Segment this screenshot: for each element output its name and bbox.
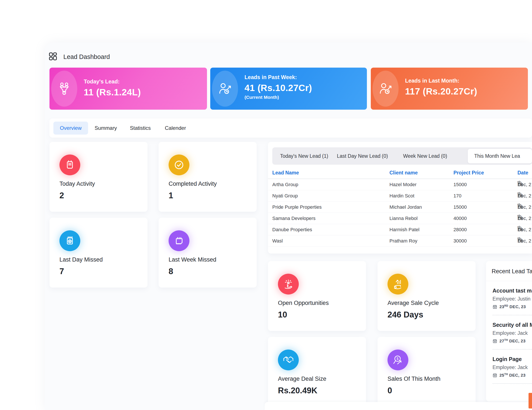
sale-cycle-hand-icon bbox=[388, 274, 408, 294]
recent-task-item[interactable]: Security of all M Employee: Jack 27TH DE… bbox=[493, 315, 532, 350]
tab-overview[interactable]: Overview bbox=[53, 122, 88, 135]
tab-statistics[interactable]: Statistics bbox=[130, 125, 151, 131]
metric-label: Average Deal Size bbox=[278, 375, 326, 382]
table-row[interactable]: Wasl Pratham Roy 30000 18th Dec, 2 bbox=[268, 235, 532, 246]
recent-tasks-title: Recent Lead Tas bbox=[492, 268, 532, 275]
summary-value: 41 (Rs.10.27Cr) bbox=[245, 83, 312, 93]
summary-note: (Current Month) bbox=[245, 95, 312, 100]
cell-lead-name: Nyati Group bbox=[272, 190, 298, 201]
cell-project-price: 40000 bbox=[454, 213, 467, 224]
page-header: Lead Dashboard bbox=[49, 52, 110, 62]
stat-card-today-activity: Today Activity 2 bbox=[49, 142, 148, 212]
table-row[interactable]: Pride Purple Properties Michael Jordan 1… bbox=[268, 201, 532, 213]
table-row[interactable]: Danube Properties Harmish Patel 28000 18… bbox=[268, 224, 532, 235]
calendar-icon bbox=[59, 155, 80, 175]
metric-label: Average Sale Cycle bbox=[388, 300, 439, 306]
cell-lead-name: Pride Purple Properties bbox=[272, 201, 322, 213]
cell-client-name: Hardin Scot bbox=[390, 190, 414, 201]
stat-label: Today Activity bbox=[59, 181, 95, 187]
scrollbar-thumb[interactable] bbox=[529, 393, 532, 409]
task-title: Security of all M bbox=[493, 322, 532, 328]
stat-card-completed-activity: Completed Activity 1 bbox=[159, 142, 257, 212]
calendar-missed-icon bbox=[59, 230, 80, 251]
cell-client-name: Hazel Moder bbox=[390, 179, 417, 190]
tab-calender[interactable]: Calender bbox=[165, 125, 186, 131]
summary-value: 11 (Rs.1.24L) bbox=[84, 87, 141, 97]
tab-summary[interactable]: Summary bbox=[95, 125, 117, 131]
lead-table-tab-bar: Today's New Lead (1) Last Day New Lead (… bbox=[272, 147, 532, 165]
summary-card-last-month: Leads in Last Month: 117 (Rs.20.27Cr) bbox=[371, 68, 528, 110]
stat-value: 2 bbox=[59, 191, 64, 200]
person-trend-icon bbox=[218, 82, 232, 95]
metric-value: Rs.20.49K bbox=[278, 386, 317, 395]
column-header-client-name[interactable]: Client name bbox=[390, 170, 418, 176]
handshake-icon bbox=[278, 350, 299, 370]
cell-project-price: 28000 bbox=[454, 224, 467, 235]
metric-value: 246 Days bbox=[388, 310, 423, 319]
opportunities-hand-icon bbox=[278, 274, 299, 294]
summary-label: Leads in Past Week: bbox=[245, 74, 312, 80]
stat-label: Completed Activity bbox=[169, 181, 217, 187]
metric-label: Sales Of This Month bbox=[388, 375, 440, 382]
column-header-date[interactable]: Date bbox=[517, 170, 528, 176]
cell-lead-name: Artha Group bbox=[272, 179, 298, 190]
calendar-icon bbox=[493, 373, 497, 378]
tab-todays-new-lead[interactable]: Today's New Lead (1) bbox=[280, 153, 328, 159]
metric-card-average-deal-size: Average Deal Size Rs.20.49K bbox=[268, 337, 366, 407]
metric-value: 10 bbox=[278, 310, 287, 319]
dotted-divider bbox=[493, 383, 532, 384]
task-title: Account tast ma bbox=[493, 288, 532, 294]
calendar-week-icon bbox=[169, 230, 190, 251]
stat-value: 8 bbox=[169, 267, 173, 276]
table-row[interactable]: Artha Group Hazel Moder 15000 18th Dec, … bbox=[268, 179, 532, 190]
calendar-icon bbox=[493, 304, 497, 309]
main-tab-bar: Overview Summary Statistics Calender bbox=[49, 118, 532, 138]
tab-week-new-lead[interactable]: Week New Lead (0) bbox=[403, 153, 447, 159]
task-employee: Employee: Justin bbox=[493, 296, 532, 302]
check-circle-icon bbox=[169, 155, 190, 175]
table-row[interactable]: Samana Developers Lianna Rebol 40000 18t… bbox=[268, 213, 532, 224]
person-trend-icon bbox=[379, 82, 392, 95]
metric-label: Open Opportunities bbox=[278, 300, 329, 306]
dashboard-shell: Lead Dashboard 7 Today's Lead: 11 (Rs.1.… bbox=[45, 43, 532, 410]
cell-project-price: 15000 bbox=[454, 179, 467, 190]
leads-funnel-icon: 7 bbox=[57, 82, 71, 95]
summary-card-todays-lead: 7 Today's Lead: 11 (Rs.1.24L) bbox=[49, 68, 207, 110]
cell-client-name: Lianna Rebol bbox=[390, 213, 418, 224]
stat-card-last-day-missed: Last Day Missed 7 bbox=[49, 218, 148, 288]
cell-project-price: 30000 bbox=[454, 235, 467, 246]
recent-task-item[interactable]: Account tast ma Employee: Justin 23RD DE… bbox=[493, 281, 532, 315]
table-row[interactable]: Nyati Group Hardin Scot 170 18th Dec, 2 bbox=[268, 190, 532, 201]
tab-last-day-new-lead[interactable]: Last Day New Lead (0) bbox=[337, 153, 388, 159]
task-date: 27TH DEC, 23 bbox=[493, 339, 532, 344]
stat-value: 7 bbox=[59, 267, 64, 276]
summary-value: 117 (Rs.20.27Cr) bbox=[405, 86, 477, 96]
summary-label: Today's Lead: bbox=[84, 78, 141, 85]
cell-project-price: 15000 bbox=[454, 201, 467, 213]
column-header-lead-name[interactable]: Lead Name bbox=[272, 170, 299, 176]
dashboard-grid-icon bbox=[49, 52, 57, 62]
calendar-icon bbox=[493, 339, 497, 344]
recent-task-item[interactable]: Login Page Employee: Jack 25TH DEC, 23 bbox=[493, 350, 532, 384]
summary-label: Leads in Last Month: bbox=[405, 78, 477, 84]
stat-label: Last Week Missed bbox=[169, 256, 216, 263]
stat-card-last-week-missed: Last Week Missed 8 bbox=[159, 218, 257, 288]
page-title: Lead Dashboard bbox=[63, 53, 110, 60]
cell-client-name: Michael Jordan bbox=[390, 201, 422, 213]
task-employee: Employee: Jack bbox=[493, 330, 532, 336]
bottom-scrollbar-track[interactable] bbox=[265, 402, 532, 410]
cell-client-name: Harmish Patel bbox=[390, 224, 419, 235]
task-title: Login Page bbox=[493, 356, 532, 362]
table-header-row: Lead Name Client name Project Price Date bbox=[268, 170, 532, 179]
svg-text:$: $ bbox=[397, 357, 399, 361]
cell-lead-name: Samana Developers bbox=[272, 213, 315, 224]
cell-lead-name: Danube Properties bbox=[272, 224, 312, 235]
recent-lead-tasks-panel: Recent Lead Tas Account tast ma Employee… bbox=[486, 261, 532, 401]
metric-card-sales-of-this-month: $ Sales Of This Month 0 bbox=[378, 337, 475, 407]
tab-this-month-new-lead[interactable]: This Month New Lea bbox=[468, 149, 532, 164]
column-header-project-price[interactable]: Project Price bbox=[454, 170, 484, 176]
cell-lead-name: Wasl bbox=[272, 235, 283, 246]
metric-value: 0 bbox=[388, 386, 392, 395]
metric-card-average-sale-cycle: Average Sale Cycle 246 Days bbox=[378, 261, 475, 331]
task-date: 25TH DEC, 23 bbox=[493, 373, 532, 378]
